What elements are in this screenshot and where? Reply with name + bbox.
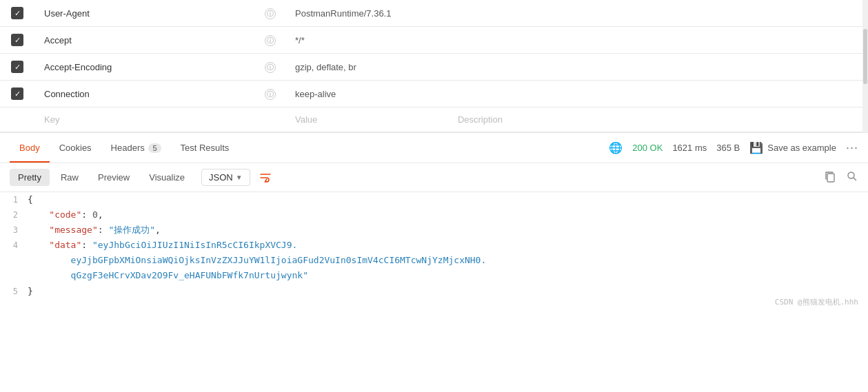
format-bar: Pretty Raw Preview Visualize JSON ▼	[0, 163, 868, 192]
code-content-3: "message": "操作成功",	[28, 223, 868, 238]
response-meta: 🌐 200 OK 1621 ms 365 B 💾 Save as example…	[609, 141, 858, 155]
watermark: CSDN @熊猫发电机.hhh	[775, 296, 858, 309]
table-row-placeholder[interactable]: Key Value Description	[0, 107, 868, 132]
svg-rect-0	[827, 174, 834, 182]
pretty-button[interactable]: Pretty	[10, 169, 50, 186]
code-line-2: 2 "code": 0,	[0, 207, 868, 223]
code-line-4: 4 "data": "eyJhbGciOiJIUzI1NiIsInR5cCI6I…	[0, 238, 868, 283]
save-example-button[interactable]: 💾 Save as example	[749, 141, 836, 154]
header-key-accept: Accept	[34, 27, 255, 54]
header-value-accept: */*	[285, 27, 868, 54]
scrollbar[interactable]	[862, 0, 868, 132]
scrollbar-thumb[interactable]	[863, 29, 867, 84]
code-content-1: {	[28, 192, 868, 207]
header-key-connection: Connection	[34, 81, 255, 107]
table-row: ✓ Accept ⓘ */*	[0, 27, 868, 54]
info-icon-accept-encoding: ⓘ	[265, 62, 276, 73]
header-key-user-agent: User-Agent	[34, 0, 255, 27]
code-line-5: 5 }	[0, 284, 868, 299]
tab-cookies[interactable]: Cookies	[50, 134, 101, 163]
code-content-2: "code": 0,	[28, 207, 868, 223]
preview-button[interactable]: Preview	[90, 169, 138, 186]
info-icon-connection: ⓘ	[265, 89, 276, 100]
search-icon[interactable]	[846, 170, 858, 185]
info-icon-user-agent: ⓘ	[265, 8, 276, 19]
headers-badge: 5	[148, 143, 161, 153]
line-number-1: 1	[0, 192, 28, 207]
checkbox-connection[interactable]: ✓	[11, 87, 23, 100]
header-key-accept-encoding: Accept-Encoding	[34, 54, 255, 81]
raw-button[interactable]: Raw	[52, 169, 87, 186]
response-tabs: Body Cookies Headers 5 Test Results	[10, 134, 609, 162]
response-time: 1621 ms	[672, 143, 707, 153]
save-icon: 💾	[749, 141, 763, 154]
save-example-label: Save as example	[767, 143, 836, 153]
code-content-4: "data": "eyJhbGciOiJIUzI1NiIsInR5cCI6Ikp…	[28, 238, 868, 283]
status-badge: 200 OK	[632, 143, 663, 153]
table-row: ✓ User-Agent ⓘ PostmanRuntime/7.36.1	[0, 0, 868, 27]
code-line-3: 3 "message": "操作成功",	[0, 223, 868, 238]
checkbox-user-agent[interactable]: ✓	[11, 7, 23, 19]
tab-test-results[interactable]: Test Results	[171, 134, 239, 163]
json-type-selector[interactable]: JSON ▼	[201, 169, 250, 186]
wrap-icon[interactable]	[259, 171, 272, 185]
chevron-down-icon: ▼	[236, 174, 243, 181]
table-row: ✓ Accept-Encoding ⓘ gzip, deflate, br	[0, 54, 868, 81]
json-type-label: JSON	[209, 172, 233, 183]
table-row: ✓ Connection ⓘ keep-alive	[0, 81, 868, 107]
visualize-button[interactable]: Visualize	[141, 169, 193, 186]
line-number-3: 3	[0, 223, 28, 237]
header-value-placeholder[interactable]: Value	[295, 114, 317, 125]
checkbox-accept[interactable]: ✓	[11, 34, 23, 46]
header-value-accept-encoding: gzip, deflate, br	[285, 54, 868, 81]
format-actions-right	[824, 170, 858, 185]
globe-icon: 🌐	[609, 141, 623, 154]
tab-body[interactable]: Body	[10, 134, 50, 163]
more-options-icon[interactable]: ···	[846, 141, 858, 155]
line-number-4: 4	[0, 238, 28, 252]
copy-icon[interactable]	[824, 170, 836, 185]
header-value-connection: keep-alive	[285, 81, 868, 107]
line-number-2: 2	[0, 207, 28, 222]
headers-table: ✓ User-Agent ⓘ PostmanRuntime/7.36.1 ✓ A…	[0, 0, 868, 132]
checkbox-accept-encoding[interactable]: ✓	[11, 61, 23, 73]
code-area: 1 { 2 "code": 0, 3 "message": "操作成功", 4 …	[0, 192, 868, 316]
code-content-5: }	[28, 284, 868, 299]
header-description-placeholder[interactable]: Description	[458, 114, 503, 125]
info-icon-accept: ⓘ	[265, 35, 276, 46]
tab-headers[interactable]: Headers 5	[101, 134, 171, 163]
code-line-1: 1 {	[0, 192, 868, 207]
response-size: 365 B	[716, 143, 740, 153]
header-key-placeholder[interactable]: Key	[34, 107, 255, 132]
line-number-5: 5	[0, 284, 28, 298]
response-tabs-bar: Body Cookies Headers 5 Test Results 🌐 20…	[0, 133, 868, 163]
header-value-user-agent: PostmanRuntime/7.36.1	[285, 0, 868, 27]
